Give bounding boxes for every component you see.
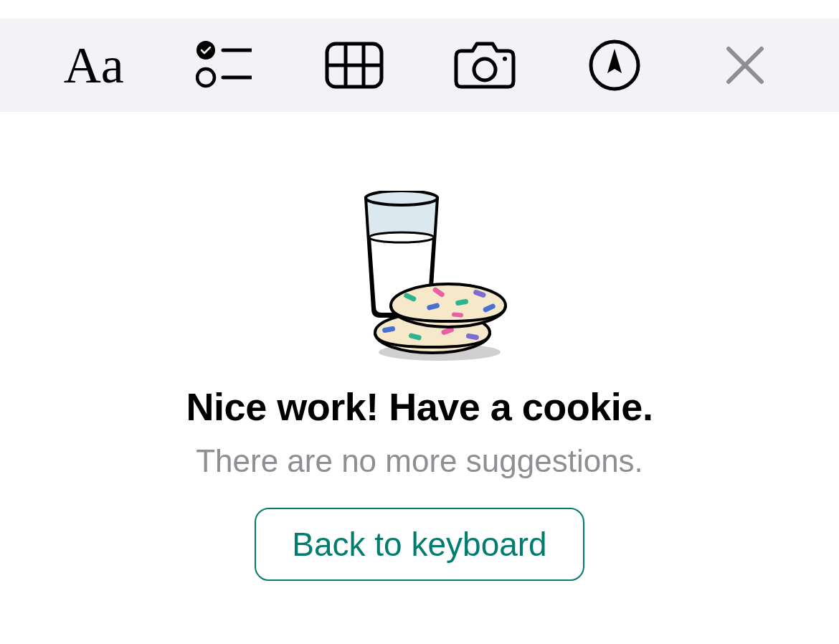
markup-button[interactable] bbox=[572, 37, 658, 94]
back-to-keyboard-button[interactable]: Back to keyboard bbox=[255, 508, 584, 581]
camera-icon bbox=[454, 41, 516, 90]
table-icon bbox=[325, 42, 384, 89]
close-button[interactable] bbox=[702, 37, 788, 94]
svg-point-8 bbox=[474, 59, 496, 80]
checklist-button[interactable] bbox=[181, 37, 267, 94]
svg-point-14 bbox=[369, 232, 434, 242]
top-spacer bbox=[0, 0, 839, 19]
empty-state-heading: Nice work! Have a cookie. bbox=[186, 384, 653, 429]
svg-point-0 bbox=[196, 41, 215, 60]
empty-state-subtext: There are no more suggestions. bbox=[196, 443, 643, 479]
formatting-toolbar: Aa bbox=[0, 19, 839, 112]
table-button[interactable] bbox=[311, 37, 397, 94]
camera-button[interactable] bbox=[442, 37, 528, 94]
text-format-button[interactable]: Aa bbox=[51, 37, 137, 94]
text-format-icon: Aa bbox=[64, 39, 124, 91]
svg-point-13 bbox=[366, 191, 437, 205]
empty-state-content: Nice work! Have a cookie. There are no m… bbox=[0, 112, 839, 581]
checklist-icon bbox=[196, 40, 252, 90]
milk-cookie-illustration bbox=[326, 191, 513, 363]
svg-point-9 bbox=[503, 57, 507, 61]
close-icon bbox=[724, 44, 766, 86]
svg-point-2 bbox=[197, 69, 214, 86]
markup-icon bbox=[588, 39, 641, 92]
